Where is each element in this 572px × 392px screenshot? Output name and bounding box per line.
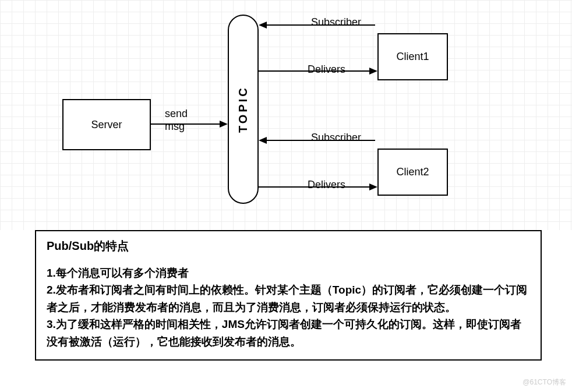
description-box: Pub/Sub的特点 1.每个消息可以有多个消费者 2.发布者和订阅者之间有时间… xyxy=(35,230,542,361)
arrowhead-delivers1 xyxy=(369,68,377,75)
server-node: Server xyxy=(62,99,151,150)
label-delivers2: Delivers xyxy=(308,179,345,192)
label-send-msg: send msg xyxy=(165,108,188,133)
label-delivers1: Delivers xyxy=(308,63,345,76)
description-body: 1.每个消息可以有多个消费者 2.发布者和订阅者之间有时间上的依赖性。针对某个主… xyxy=(47,264,530,350)
description-item2: 2.发布者和订阅者之间有时间上的依赖性。针对某个主题（Topic）的订阅者，它必… xyxy=(47,281,530,316)
label-subscriber1: Subscriber xyxy=(311,16,361,29)
topic-node: TOPIC xyxy=(228,15,259,204)
description-item1: 1.每个消息可以有多个消费者 xyxy=(47,264,530,281)
arrowhead-delivers2 xyxy=(369,183,377,190)
description-title: Pub/Sub的特点 xyxy=(47,238,530,254)
topic-label: TOPIC xyxy=(236,86,250,133)
client1-node: Client1 xyxy=(377,33,448,80)
arrowhead-server-topic xyxy=(220,121,228,128)
client2-node: Client2 xyxy=(377,149,448,196)
watermark: @61CTO博客 xyxy=(522,377,566,387)
client1-label: Client1 xyxy=(396,51,429,63)
client2-label: Client2 xyxy=(396,166,429,178)
arrowhead-subscriber2 xyxy=(259,137,267,144)
server-label: Server xyxy=(91,119,122,131)
label-subscriber2: Subscriber xyxy=(311,132,361,144)
description-item3: 3.为了缓和这样严格的时间相关性，JMS允许订阅者创建一个可持久化的订阅。这样，… xyxy=(47,316,530,350)
arrowhead-subscriber1 xyxy=(259,22,267,29)
diagram-canvas: Server TOPIC Client1 Client2 send msg Su… xyxy=(0,0,572,392)
